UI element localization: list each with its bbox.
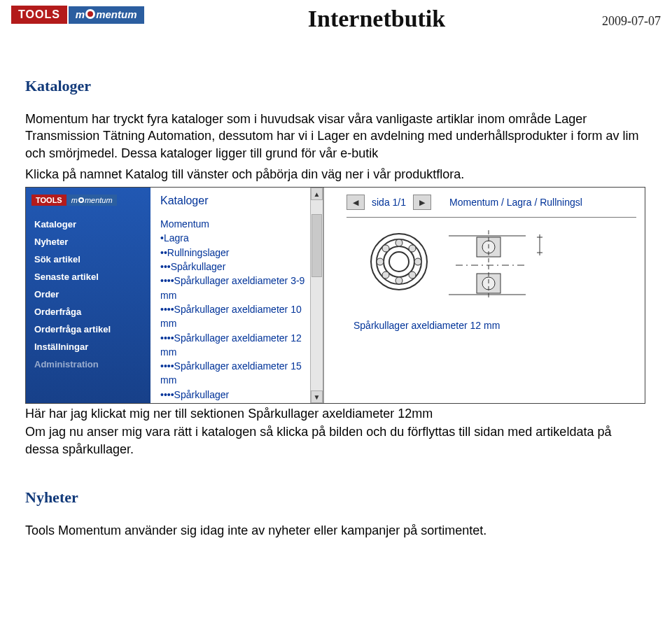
tree-item[interactable]: Momentum (160, 217, 316, 231)
tree-scrollbar[interactable]: ▲ ▼ (310, 188, 323, 403)
sidebar-item-kataloger[interactable]: Kataloger (34, 216, 142, 233)
pager-row: ◀ sida 1/1 ▶ Momentum / Lagra / Rullning… (346, 195, 636, 210)
tree-item[interactable]: ••••Spårkullager (160, 388, 316, 402)
prev-page-button[interactable]: ◀ (346, 195, 365, 210)
scroll-thumb[interactable] (312, 214, 322, 277)
svg-point-7 (414, 258, 421, 265)
sidebar-logo: TOOLS m mentum (31, 195, 145, 206)
tree-item[interactable]: ••••Spårkullager axeldiameter 12 mm (160, 331, 316, 360)
breadcrumb: Momentum / Lagra / Rullningsl (449, 197, 582, 208)
bearing-front-icon (368, 230, 430, 300)
svg-point-10 (382, 272, 389, 279)
bearing-image-row[interactable] (346, 230, 636, 300)
sidebar-item-orderfraga-artikel[interactable]: Orderfråga artikel (34, 320, 142, 338)
sidebar-item-installningar[interactable]: Inställningar (34, 338, 142, 355)
tree-item[interactable]: ••Rullningslager (160, 246, 316, 260)
svg-point-6 (377, 258, 384, 265)
sidebar-logo-tools: TOOLS (31, 195, 66, 206)
page-title: Internetbutik (151, 6, 602, 32)
logo-prefix: m (76, 8, 85, 20)
sidebar-logo-suffix: mentum (85, 196, 113, 204)
logo-tools: TOOLS (11, 6, 67, 24)
paragraph-nyheter: Tools Momentum använder sig idag inte av… (25, 522, 647, 539)
product-caption[interactable]: Spårkullager axeldiameter 12 mm (346, 320, 636, 331)
screenshot-tree-panel: Kataloger Momentum •Lagra ••Rullningslag… (150, 188, 324, 403)
paragraph-kataloger-1: Momentum har tryckt fyra kataloger som i… (25, 111, 647, 162)
logo-suffix: mentum (96, 8, 136, 20)
scroll-down-icon[interactable]: ▼ (311, 390, 323, 403)
svg-point-5 (396, 277, 402, 284)
bearing-section-icon (449, 230, 547, 300)
paragraph-after-1: Här har jag klickat mig ner till sektion… (25, 405, 647, 422)
pager-text: sida 1/1 (372, 197, 406, 208)
screenshot-sidebar: TOOLS m mentum Kataloger Nyheter Sök art… (26, 188, 150, 403)
sidebar-item-sok-artikel[interactable]: Sök artikel (34, 251, 142, 268)
svg-point-11 (409, 272, 416, 279)
paragraph-after-2: Om jag nu anser mig vara rätt i kataloge… (25, 423, 647, 458)
heading-nyheter: Nyheter (25, 488, 647, 507)
tree-item[interactable]: ••••Spårkullager axeldiameter 10 mm (160, 302, 316, 331)
sidebar-item-nyheter[interactable]: Nyheter (34, 233, 142, 251)
tree-item[interactable]: ••••Spårkullager axeldiameter 3-9 mm (160, 274, 316, 302)
sidebar-nav: Kataloger Nyheter Sök artikel Senaste ar… (26, 216, 150, 373)
sidebar-logo-momentum: m mentum (67, 195, 117, 206)
divider (346, 217, 636, 218)
screenshot-embed: TOOLS m mentum Kataloger Nyheter Sök art… (25, 187, 645, 404)
scroll-up-icon[interactable]: ▲ (311, 188, 323, 200)
svg-point-8 (382, 245, 389, 252)
page-date: 2009-07-07 (602, 6, 661, 29)
screenshot-detail-panel: ◀ sida 1/1 ▶ Momentum / Lagra / Rullning… (324, 188, 645, 403)
page-header: TOOLS m mentum Internetbutik 2009-07-07 (0, 0, 672, 35)
logo-block: TOOLS m mentum (11, 6, 151, 24)
ring-icon (78, 197, 84, 203)
sidebar-logo-prefix: m (71, 196, 78, 204)
heading-kataloger: Kataloger (25, 77, 647, 95)
svg-point-4 (396, 239, 402, 246)
sidebar-item-orderfraga[interactable]: Orderfråga (34, 303, 142, 320)
sidebar-item-order[interactable]: Order (34, 286, 142, 303)
tree-item[interactable]: ••••Spårkullager axeldiameter 15 mm (160, 359, 316, 388)
ring-icon (85, 9, 95, 19)
paragraph-kataloger-2: Klicka på namnet Katalog till vänster oc… (25, 166, 647, 183)
svg-point-3 (389, 252, 409, 272)
sidebar-item-senaste-artikel[interactable]: Senaste artikel (34, 268, 142, 286)
tree-item[interactable]: •••Spårkullager (160, 260, 316, 274)
tree-title: Kataloger (160, 195, 316, 207)
next-page-button[interactable]: ▶ (413, 195, 431, 210)
svg-point-9 (409, 245, 416, 252)
logo-momentum: m mentum (69, 6, 144, 24)
tree-item[interactable]: •Lagra (160, 231, 316, 245)
sidebar-item-administration[interactable]: Administration (34, 355, 142, 373)
